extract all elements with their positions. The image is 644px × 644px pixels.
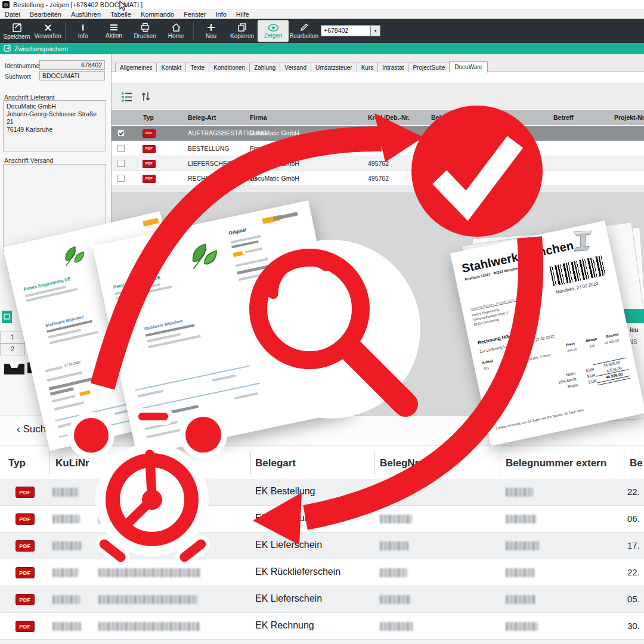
cell-kred: 495762 xyxy=(368,175,389,182)
redacted-extern xyxy=(506,541,539,550)
col-belegnummer-extern[interactable]: Belegnummer extern xyxy=(506,457,606,469)
result-row[interactable]: PDF EK Rechnung 30. xyxy=(0,613,644,640)
tab-kontakt[interactable]: Kontakt xyxy=(156,63,186,73)
table-row[interactable]: PDF AUFTRAGSBESTÄTIGUNG DocuMatic GmbH 4… xyxy=(112,126,644,141)
print-button[interactable]: Drucken xyxy=(129,19,160,43)
info-icon: i xyxy=(79,23,88,32)
doc-col: Gesamt xyxy=(605,332,619,338)
tab-projectsuite[interactable]: ProjectSuite xyxy=(408,63,450,73)
tab-zahlung[interactable]: Zahlung xyxy=(249,63,280,73)
result-row[interactable]: PDF EK Lieferschein 05. xyxy=(0,586,644,613)
redacted-kulinr xyxy=(52,595,80,604)
cell-status: FREIGEGEBEN xyxy=(431,145,476,152)
result-row[interactable]: PDF EK Rücklieferschein 22. xyxy=(0,559,644,586)
cell-belegart: BESTELLUNG xyxy=(188,145,229,152)
redacted-belegnr xyxy=(380,541,408,550)
row-checkbox[interactable] xyxy=(117,175,125,182)
action-button[interactable]: Aktion xyxy=(98,19,129,43)
suchwort-field[interactable]: BDOCUMATI xyxy=(39,71,105,80)
show-button[interactable]: Zeigen xyxy=(258,20,289,42)
col-kred-deb-nr: Kred./Deb.-Nr. xyxy=(368,114,410,121)
cell-belegart: EK Rechnung xyxy=(255,620,314,631)
tab-konditionen[interactable]: Konditionen xyxy=(209,63,250,73)
row-checkbox[interactable] xyxy=(117,145,125,152)
doc-col: Artikel xyxy=(482,359,494,365)
doc-type-label: Original xyxy=(228,227,247,236)
save-button[interactable]: Speichern xyxy=(1,19,32,43)
info-button[interactable]: i Info xyxy=(67,19,98,43)
menu-lines-icon xyxy=(109,23,119,32)
col-belegdatum[interactable]: Be xyxy=(630,457,643,469)
doc-payment-terms: Zahlbar innerhalb von 14 Tagen mit 2% Sk… xyxy=(496,408,584,430)
action-bar-label[interactable]: Zwischenspeichern xyxy=(14,45,68,52)
menu-datei[interactable]: Datei xyxy=(5,11,20,18)
highlight-mark xyxy=(233,251,243,257)
tab-docuware[interactable]: DocuWare xyxy=(449,61,488,73)
invoice-document: Original Peters Engineering DE Stahlwerk… xyxy=(92,200,353,456)
sort-icon[interactable] xyxy=(141,91,151,105)
suchwort-label: Suchwort xyxy=(5,73,31,80)
netto-label: Netto xyxy=(566,371,576,377)
tab-texte[interactable]: Texte xyxy=(185,63,209,73)
tab-umsatzsteuer[interactable]: Umsatzsteuer xyxy=(311,63,357,73)
menu-info[interactable]: Info xyxy=(215,11,226,18)
tab-allgemeines[interactable]: Allgemeines xyxy=(115,63,157,73)
cell-firma: DocuMatic GmbH xyxy=(250,129,299,137)
mouse-cursor xyxy=(119,1,128,14)
menu-fenster[interactable]: Fenster xyxy=(184,11,206,18)
pdf-icon: PDF xyxy=(16,513,35,525)
menu-ausfuehren[interactable]: Ausführen xyxy=(71,11,101,18)
list-view-icon[interactable] xyxy=(121,91,133,105)
redacted-extern xyxy=(506,568,534,577)
doc-col: Preis xyxy=(566,342,575,347)
anschrift-lieferant-box[interactable]: DocuMatic GmbH Johann-Georg-Schlosser St… xyxy=(3,100,106,151)
menu-hilfe[interactable]: Hilfe xyxy=(236,11,249,18)
result-row[interactable]: PDF EK Lieferschein 17. xyxy=(0,532,644,559)
table-row[interactable]: PDF LIEFERSCHEIN DocuMatic GmbH 495762 A… xyxy=(112,156,644,171)
redacted-extern xyxy=(506,595,535,604)
tab-kurs[interactable]: Kurs xyxy=(357,63,379,73)
cell-belegart: EK Bestellung xyxy=(255,486,315,497)
redacted-name xyxy=(98,515,169,524)
copy-button[interactable]: Kopieren xyxy=(227,19,258,43)
back-to-search-link[interactable]: ‹ Such xyxy=(17,423,46,435)
col-beleg-art: Beleg-Art xyxy=(188,114,216,121)
redacted-belegnr xyxy=(380,488,410,497)
discard-button[interactable]: Verwerfen xyxy=(32,19,63,43)
row-checkbox-checked[interactable] xyxy=(117,129,125,137)
result-row[interactable]: PDF EK Bestellung 06. xyxy=(0,506,644,532)
result-row[interactable]: PDF EK Bestellung 22. xyxy=(0,479,644,506)
col-kulinr[interactable]: KuLiNr xyxy=(55,457,89,469)
tab-intrastat[interactable]: Intrastat xyxy=(377,63,408,73)
cell-datum: 22. xyxy=(627,487,640,497)
grid-tool-icon[interactable] xyxy=(2,311,12,323)
redacted-name xyxy=(98,622,200,631)
identnummer-field[interactable]: 678402 xyxy=(39,60,105,70)
menu-kommando[interactable]: Kommando xyxy=(141,11,174,18)
col-typ[interactable]: Typ xyxy=(8,457,26,469)
home-icon xyxy=(171,23,181,32)
record-dropdown-button[interactable]: ▼ xyxy=(370,25,380,36)
column-separator xyxy=(624,451,624,475)
record-number-input[interactable]: +678402 xyxy=(321,25,373,36)
tab-versand[interactable]: Versand xyxy=(280,63,311,73)
row-checkbox[interactable] xyxy=(117,160,125,167)
table-row[interactable]: PDF BESTELLUNG Frantzky GmbH 495762 FREI… xyxy=(112,141,644,156)
cell-status: FREIGEGEBEN xyxy=(431,175,476,182)
col-belegstatus: Beleg xyxy=(431,114,448,121)
redacted-belegnr xyxy=(380,595,411,604)
table-row[interactable]: PDF RECHNUNGSEINGANG DocuMatic GmbH 4957… xyxy=(112,171,644,186)
svg-text:i: i xyxy=(81,23,83,32)
edit-button[interactable]: Bearbeiten xyxy=(289,19,320,43)
menu-bearbeiten[interactable]: Bearbeiten xyxy=(30,11,61,18)
background-window-text-fragment: leu xyxy=(630,327,638,333)
home-button[interactable]: Home xyxy=(160,19,191,43)
new-button[interactable]: Neu xyxy=(196,19,227,43)
doc-table-header: Typ Beleg-Art Firma Kred./Deb.-Nr. Beleg… xyxy=(112,110,644,125)
inbox-tray-icon[interactable] xyxy=(2,359,26,379)
redacted-kulinr xyxy=(52,541,81,550)
col-belegnr[interactable]: BelegNr xyxy=(380,457,419,469)
col-belegart[interactable]: Belegart xyxy=(255,457,296,469)
erp-window: ◎ Bestellung - zeigen [+678402 BDOCUMATI… xyxy=(0,0,644,644)
col-projekt-nr: Projekt-Nr. xyxy=(614,114,644,121)
